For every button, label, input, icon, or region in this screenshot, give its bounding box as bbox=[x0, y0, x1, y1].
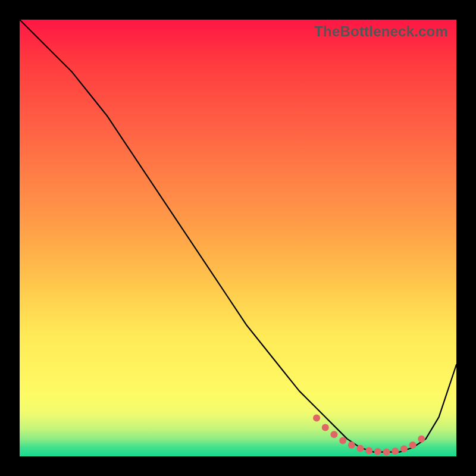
marker-dot bbox=[418, 436, 425, 443]
marker-dot bbox=[365, 447, 372, 454]
bottleneck-curve bbox=[20, 20, 456, 452]
chart-plot-area: TheBottleneck.com bbox=[20, 20, 456, 456]
marker-dot bbox=[383, 449, 390, 456]
marker-dot bbox=[374, 448, 381, 455]
marker-dot bbox=[322, 424, 329, 431]
marker-dot bbox=[409, 441, 416, 449]
marker-dot bbox=[313, 414, 320, 421]
chart-svg bbox=[20, 20, 456, 456]
marker-dot bbox=[357, 445, 364, 452]
marker-dot bbox=[339, 437, 346, 444]
marker-dot bbox=[348, 441, 355, 449]
marker-dot bbox=[400, 446, 408, 453]
chart-stage: TheBottleneck.com bbox=[0, 0, 476, 476]
marker-dot bbox=[392, 447, 399, 455]
marker-dot bbox=[330, 431, 337, 438]
